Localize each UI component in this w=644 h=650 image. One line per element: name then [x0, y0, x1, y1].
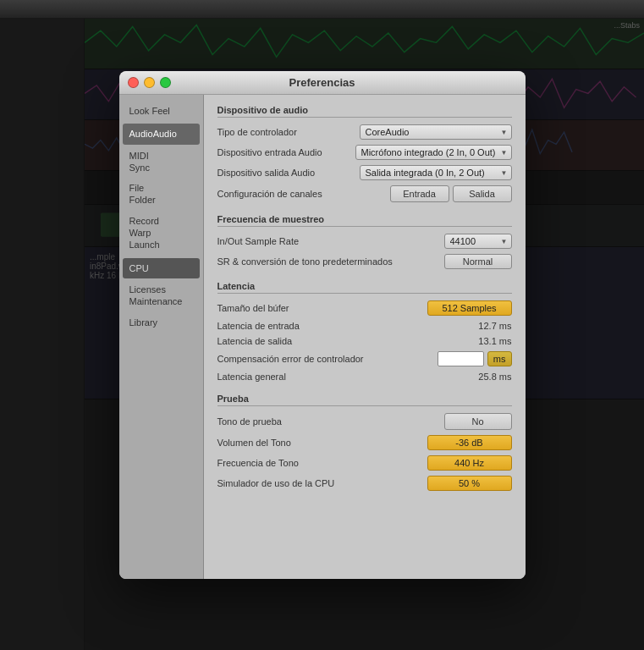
sidebar-item-library[interactable]: Library — [123, 313, 200, 332]
value-latencia-general: 25.8 ms — [478, 372, 511, 382]
field-simulador-cpu: Simulador de uso de la CPU 50 % — [217, 476, 512, 491]
label-volumen-tono: Volumen del Tono — [217, 438, 427, 448]
section-frecuencia-muestreo: Frecuencia de muestreo In/Out Sample Rat… — [217, 214, 512, 269]
value-latencia-salida: 13.1 ms — [478, 336, 511, 346]
label-buffer-size: Tamaño del búfer — [217, 303, 427, 313]
close-button[interactable] — [128, 77, 139, 88]
select-wrapper-tipo-controlador: CoreAudio — [360, 124, 512, 140]
select-dispositivo-salida[interactable]: Salida integrada (0 In, 2 Out) — [360, 165, 512, 180]
control-tipo-controlador: CoreAudio — [360, 124, 512, 140]
modal-overlay: Preferencias Look Feel AudioAudio MIDISy… — [0, 0, 644, 650]
label-latencia-entrada: Latencia de entrada — [217, 321, 479, 331]
btn-frecuencia-tono[interactable]: 440 Hz — [427, 455, 512, 471]
field-dispositivo-salida: Dispositivo salida Audio Salida integrad… — [217, 165, 512, 180]
section-header-latencia: Latencia — [217, 281, 512, 294]
control-latencia-salida: 13.1 ms — [478, 336, 511, 346]
field-sr-conversion: SR & conversión de tono predeterminados … — [217, 254, 512, 269]
btn-simulador-cpu[interactable]: 50 % — [427, 476, 512, 491]
label-sample-rate: In/Out Sample Rate — [217, 236, 444, 246]
sidebar-item-cpu[interactable]: CPU — [123, 258, 200, 278]
control-dispositivo-salida: Salida integrada (0 In, 2 Out) — [360, 165, 512, 180]
window-title: Preferencias — [289, 76, 355, 89]
control-sr-conversion: Normal — [444, 254, 512, 269]
label-tipo-controlador: Tipo de controlador — [217, 127, 360, 137]
btn-salida[interactable]: Salida — [453, 185, 512, 202]
label-tono-prueba: Tono de prueba — [217, 416, 444, 427]
label-dispositivo-entrada: Dispositivo entrada Audio — [217, 147, 355, 157]
section-header-prueba: Prueba — [217, 394, 512, 406]
sidebar-item-file-folder[interactable]: FileFolder — [123, 179, 200, 210]
label-simulador-cpu: Simulador de uso de la CPU — [217, 478, 427, 488]
control-tono-prueba: No — [444, 413, 512, 430]
sidebar-item-audio[interactable]: AudioAudio — [123, 124, 200, 144]
field-dispositivo-entrada: Dispositivo entrada Audio Micrófono inte… — [217, 145, 512, 160]
minimize-button[interactable] — [144, 77, 155, 88]
field-tipo-controlador: Tipo de controlador CoreAudio — [217, 124, 512, 140]
field-tono-prueba: Tono de prueba No — [217, 413, 512, 430]
field-latencia-salida: Latencia de salida 13.1 ms — [217, 336, 512, 346]
control-frecuencia-tono: 440 Hz — [427, 455, 512, 471]
btn-volumen-tono[interactable]: -36 dB — [427, 435, 512, 450]
control-simulador-cpu: 50 % — [427, 476, 512, 491]
select-wrapper-salida: Salida integrada (0 In, 2 Out) — [360, 165, 512, 180]
field-latencia-entrada: Latencia de entrada 12.7 ms — [217, 321, 512, 331]
section-header-frecuencia: Frecuencia de muestreo — [217, 214, 512, 227]
field-buffer-size: Tamaño del búfer 512 Samples — [217, 300, 512, 316]
control-latencia-general: 25.8 ms — [478, 372, 511, 382]
control-buffer-size: 512 Samples — [427, 300, 512, 316]
select-dispositivo-entrada[interactable]: Micrófono integrado (2 In, 0 Out) — [355, 145, 512, 160]
sidebar-item-licenses-maintenance[interactable]: LicensesMaintenance — [123, 280, 200, 311]
section-dispositivo-audio: Dispositivo de audio Tipo de controlador… — [217, 105, 512, 202]
control-latencia-entrada: 12.7 ms — [478, 321, 511, 331]
label-dispositivo-salida: Dispositivo salida Audio — [217, 168, 360, 178]
btn-tono-prueba[interactable]: No — [444, 413, 512, 430]
field-compensacion: Compensación error de controlador 0.00 m… — [217, 351, 512, 366]
label-compensacion: Compensación error de controlador — [217, 354, 438, 364]
preferences-window: Preferencias Look Feel AudioAudio MIDISy… — [119, 71, 526, 579]
control-sample-rate: 44100 48000 88200 96000 — [444, 234, 512, 249]
sidebar: Look Feel AudioAudio MIDISync FileFolder… — [119, 95, 204, 579]
title-bar: Preferencias — [119, 71, 526, 95]
value-latencia-entrada: 12.7 ms — [478, 321, 511, 331]
btn-normal[interactable]: Normal — [444, 254, 512, 269]
control-configuracion-canales: Entrada Salida — [390, 185, 512, 202]
prefs-main-content: Dispositivo de audio Tipo de controlador… — [204, 95, 526, 579]
label-sr-conversion: SR & conversión de tono predeterminados — [217, 256, 444, 267]
field-sample-rate: In/Out Sample Rate 44100 48000 88200 960… — [217, 234, 512, 249]
title-bar-buttons — [128, 77, 171, 88]
sidebar-item-midi-sync[interactable]: MIDISync — [123, 146, 200, 178]
section-prueba: Prueba Tono de prueba No Volumen del Ton… — [217, 394, 512, 491]
label-latencia-salida: Latencia de salida — [217, 336, 479, 346]
field-frecuencia-tono: Frecuencia de Tono 440 Hz — [217, 455, 512, 471]
select-sample-rate[interactable]: 44100 48000 88200 96000 — [444, 234, 512, 249]
control-dispositivo-entrada: Micrófono integrado (2 In, 0 Out) — [355, 145, 512, 160]
field-volumen-tono: Volumen del Tono -36 dB — [217, 435, 512, 450]
field-latencia-general: Latencia general 25.8 ms — [217, 372, 512, 382]
section-latencia: Latencia Tamaño del búfer 512 Samples La… — [217, 281, 512, 382]
btn-entrada[interactable]: Entrada — [390, 185, 449, 202]
btn-buffer-size[interactable]: 512 Samples — [427, 300, 512, 316]
label-latencia-general: Latencia general — [217, 372, 479, 382]
maximize-button[interactable] — [160, 77, 171, 88]
control-volumen-tono: -36 dB — [427, 435, 512, 450]
sidebar-item-look-feel[interactable]: Look Feel — [123, 102, 200, 120]
field-configuracion-canales: Configuración de canales Entrada Salida — [217, 185, 512, 202]
select-wrapper-sample-rate: 44100 48000 88200 96000 — [444, 234, 512, 249]
select-tipo-controlador[interactable]: CoreAudio — [360, 124, 512, 140]
prefs-body: Look Feel AudioAudio MIDISync FileFolder… — [119, 95, 526, 579]
ms-unit: ms — [487, 351, 512, 366]
select-wrapper-entrada: Micrófono integrado (2 In, 0 Out) — [355, 145, 512, 160]
input-compensacion[interactable]: 0.00 — [438, 351, 484, 366]
label-configuracion-canales: Configuración de canales — [217, 189, 390, 199]
section-header-dispositivo-audio: Dispositivo de audio — [217, 105, 512, 118]
label-frecuencia-tono: Frecuencia de Tono — [217, 458, 427, 468]
sidebar-item-record-warp-launch[interactable]: RecordWarpLaunch — [123, 212, 200, 255]
control-compensacion: 0.00 ms — [438, 351, 512, 366]
